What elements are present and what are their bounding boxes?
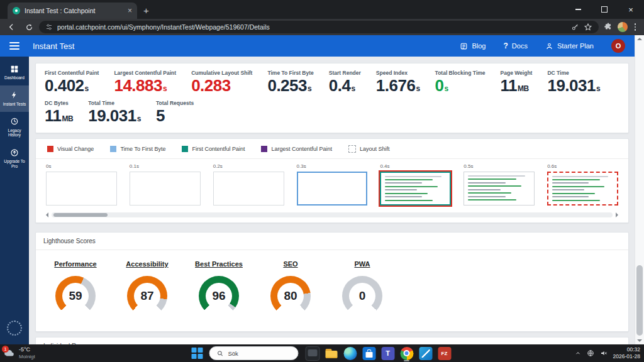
user-avatar[interactable]: O xyxy=(611,39,625,53)
filmstrip-frame[interactable] xyxy=(380,172,451,206)
filmstrip-frame[interactable] xyxy=(46,172,117,206)
file-explorer-icon[interactable] xyxy=(323,344,340,362)
sidebar-item-legacy-history[interactable]: Legacy History xyxy=(0,112,29,143)
frame-time-label: 0.3s xyxy=(297,163,368,169)
scrollbar-thumb[interactable] xyxy=(53,213,108,217)
frame-time-label: 0.1s xyxy=(130,163,201,169)
scroll-left-arrow-icon[interactable] xyxy=(43,212,48,217)
maximize-button[interactable] xyxy=(591,0,618,19)
person-icon xyxy=(545,42,553,50)
gauge-label[interactable]: SEO xyxy=(283,260,297,268)
filmstrip-frame[interactable] xyxy=(464,172,535,206)
scroll-right-arrow-icon[interactable] xyxy=(616,212,621,217)
sidebar-item-upgrade-to-pro[interactable]: Upgrade To Pro xyxy=(0,143,29,174)
minimize-button[interactable] xyxy=(565,0,591,19)
refresh-button[interactable] xyxy=(21,20,36,34)
extensions-puzzle-icon[interactable] xyxy=(604,23,613,31)
clock-time: 00:32 xyxy=(627,346,640,353)
bookmark-star-icon[interactable] xyxy=(584,23,592,31)
new-tab-button[interactable] xyxy=(143,6,149,19)
frame-time-label: 0.5s xyxy=(464,163,535,169)
sidebar-item-dashboard[interactable]: Dashboard xyxy=(0,59,29,85)
frame-time-label: 0.2s xyxy=(213,163,284,169)
legend-item: Time To First Byte xyxy=(110,146,165,152)
gauge-label[interactable]: Performance xyxy=(54,260,96,268)
frame-time-label: 0.4s xyxy=(380,163,451,169)
lighthouse-gauge: SEO 80 xyxy=(269,260,313,316)
filmstrip-slot: 0.6s xyxy=(547,163,618,206)
gauge-ring: 87 xyxy=(127,276,167,316)
address-bar[interactable]: portal.catchpoint.com/ui/Symphony/Instan… xyxy=(39,21,599,33)
scrollbar-track[interactable] xyxy=(52,212,613,217)
gauge-label[interactable]: PWA xyxy=(354,260,370,268)
clock-date: 2026-01-28 xyxy=(613,353,640,360)
weather-widget[interactable]: 1 -5°C Molnigt xyxy=(4,344,35,362)
chrome-icon[interactable] xyxy=(399,344,415,362)
sidebar-item-instant-tests[interactable]: Instant Tests xyxy=(0,85,29,112)
scroll-down-arrow-icon[interactable] xyxy=(637,339,642,342)
page-thumbnail xyxy=(464,172,534,205)
filmstrip-frame[interactable] xyxy=(213,172,284,206)
gauge-label[interactable]: Best Practices xyxy=(195,260,243,268)
filmstrip-slot: 0s xyxy=(46,163,117,206)
tab-title: Instant Test : Catchpoint xyxy=(25,7,123,14)
browser-menu-icon[interactable] xyxy=(633,23,638,31)
hidden-icons-chevron-icon[interactable] xyxy=(575,350,581,356)
legend-swatch-icon xyxy=(348,145,356,153)
page-scrollbar-thumb[interactable] xyxy=(636,265,643,336)
metric-label: Largest Contentful Paint xyxy=(114,70,176,76)
hamburger-menu-icon[interactable] xyxy=(0,42,29,50)
filmstrip-frame[interactable] xyxy=(547,172,618,206)
filezilla-icon[interactable] xyxy=(436,344,453,362)
scroll-up-arrow-icon[interactable] xyxy=(637,38,642,40)
taskbar-center: Sök xyxy=(192,344,453,362)
computer-icon[interactable] xyxy=(304,344,321,362)
site-settings-icon[interactable] xyxy=(45,23,53,31)
password-key-icon[interactable] xyxy=(571,23,579,31)
filmstrip-frame[interactable] xyxy=(297,172,368,206)
start-button[interactable] xyxy=(192,348,204,359)
filmstrip-frame[interactable] xyxy=(130,172,201,206)
window-close-button[interactable] xyxy=(618,0,644,19)
system-tray: 00:32 2026-01-28 xyxy=(575,344,640,362)
filmstrip-scrollbar[interactable] xyxy=(43,211,621,219)
vscode-icon[interactable] xyxy=(418,344,434,362)
metric-label: Total Requests xyxy=(156,100,194,106)
metric: Start Render 0.4s xyxy=(329,70,361,94)
taskbar-clock[interactable]: 00:32 2026-01-28 xyxy=(613,346,640,360)
teams-icon[interactable] xyxy=(380,344,396,362)
legend-swatch-icon xyxy=(261,146,267,152)
legend-label: Time To First Byte xyxy=(120,146,165,152)
metric-value: 19.031s xyxy=(88,107,141,124)
starter-plan-link[interactable]: Starter Plan xyxy=(545,42,594,50)
legend-swatch-icon xyxy=(182,146,188,152)
legend-label: Layout Shift xyxy=(360,146,390,152)
metrics-row-1: First Contentful Paint 0.402s Largest Co… xyxy=(45,70,619,94)
edge-icon[interactable] xyxy=(342,344,358,362)
gauge-label[interactable]: Accessibility xyxy=(126,260,168,268)
microsoft-store-icon[interactable] xyxy=(361,344,377,362)
network-icon[interactable] xyxy=(587,349,594,357)
lighthouse-gauge: Accessibility 87 xyxy=(125,260,169,316)
page-scrollbar[interactable] xyxy=(635,35,644,344)
filmstrip-card: Visual Change Time To First Byte First C… xyxy=(35,138,629,223)
weather-temp: -5°C xyxy=(19,346,35,353)
metric: Cumulative Layout Shift 0.283 xyxy=(191,70,252,94)
app-header: Instant Test Blog ? Docs Starter Plan O xyxy=(0,35,635,57)
volume-mute-icon[interactable] xyxy=(600,349,608,357)
tab-close-icon[interactable] xyxy=(128,7,132,14)
browser-profile-avatar[interactable] xyxy=(618,22,628,32)
back-button[interactable] xyxy=(4,20,19,34)
browser-tab[interactable]: Instant Test : Catchpoint xyxy=(8,3,137,19)
metric-label: DC Time xyxy=(547,70,600,76)
gauge-ring: 80 xyxy=(270,276,311,316)
filmstrip-legend: Visual Change Time To First Byte First C… xyxy=(43,144,621,154)
url-text[interactable]: portal.catchpoint.com/ui/Symphony/Instan… xyxy=(57,23,567,31)
blog-link[interactable]: Blog xyxy=(460,42,486,50)
metric: Total Requests 5 xyxy=(156,100,194,124)
taskbar-search[interactable]: Sök xyxy=(209,346,299,360)
docs-link[interactable]: ? Docs xyxy=(504,41,528,50)
blog-icon xyxy=(460,42,468,50)
frame-time-label: 0s xyxy=(46,163,117,169)
legend-item: Visual Change xyxy=(47,146,94,152)
